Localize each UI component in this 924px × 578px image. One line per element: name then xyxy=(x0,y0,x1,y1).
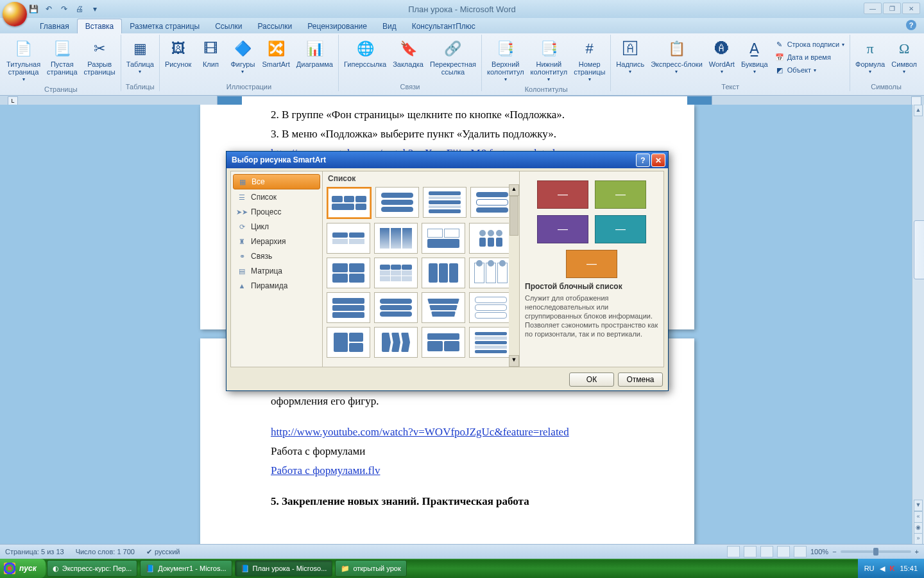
qat-undo-icon[interactable]: ↶ xyxy=(42,3,55,15)
start-button[interactable]: пуск xyxy=(0,559,46,578)
tray-clock[interactable]: 15:41 xyxy=(900,565,918,572)
doc-link[interactable]: Работа с формулами.flv xyxy=(271,464,669,477)
gallery-scroll-down-icon[interactable]: ▼ xyxy=(509,355,519,367)
layout-thumb[interactable] xyxy=(422,327,465,358)
layout-thumb[interactable] xyxy=(375,187,419,218)
qat-redo-icon[interactable]: ↷ xyxy=(58,3,71,15)
view-fullscreen-icon[interactable] xyxy=(744,546,757,557)
picture-button[interactable]: 🖼Рисунок xyxy=(162,37,194,69)
layout-thumb[interactable] xyxy=(374,258,418,288)
cat-pyramid[interactable]: ▲Пирамида xyxy=(233,279,320,293)
qat-customize-icon[interactable]: ▾ xyxy=(89,3,101,15)
layout-thumb[interactable] xyxy=(423,187,466,218)
cancel-button[interactable]: Отмена xyxy=(618,372,663,387)
status-page[interactable]: Страница: 5 из 13 xyxy=(5,548,64,556)
vertical-scrollbar[interactable]: ▲ ▼ « ◉ » xyxy=(912,105,924,545)
tab-consultant[interactable]: КонсультантПлюс xyxy=(404,19,483,33)
cat-relationship[interactable]: ⚭Связь xyxy=(233,249,320,263)
view-draft-icon[interactable] xyxy=(794,546,807,557)
chart-button[interactable]: 📊Диаграмма xyxy=(294,37,336,69)
gallery-scroll-thumb[interactable] xyxy=(509,196,518,236)
office-button[interactable] xyxy=(3,2,27,26)
datetime-button[interactable]: 📅Дата и время xyxy=(772,51,847,63)
layout-thumb[interactable] xyxy=(469,327,513,358)
status-words[interactable]: Число слов: 1 700 xyxy=(76,548,135,556)
table-button[interactable]: ▦Таблица▾ xyxy=(124,37,157,77)
tab-references[interactable]: Ссылки xyxy=(207,19,250,33)
tab-view[interactable]: Вид xyxy=(375,19,404,33)
qat-print-icon[interactable]: 🖨 xyxy=(73,3,86,15)
layout-thumb[interactable] xyxy=(469,258,513,288)
layout-thumb[interactable] xyxy=(469,292,513,323)
scroll-thumb[interactable] xyxy=(914,220,924,279)
cat-cycle[interactable]: ⟳Цикл xyxy=(233,220,320,234)
dialog-titlebar[interactable]: Выбор рисунка SmartArt ? ✕ xyxy=(227,152,668,168)
layout-thumb[interactable] xyxy=(422,223,465,254)
tray-icon[interactable]: ◀ xyxy=(880,565,885,573)
scroll-up-icon[interactable]: ▲ xyxy=(914,105,923,116)
view-web-icon[interactable] xyxy=(760,546,773,557)
equation-button[interactable]: πФормула▾ xyxy=(853,37,887,77)
dialog-help-button[interactable]: ? xyxy=(636,153,650,167)
zoom-slider[interactable] xyxy=(841,550,911,553)
footer-button[interactable]: 📑Нижний колонтитул▾ xyxy=(528,37,570,85)
header-button[interactable]: 📑Верхний колонтитул▾ xyxy=(484,37,527,85)
taskbar-item[interactable]: 📘Документ1 - Micros... xyxy=(140,560,232,577)
zoom-in-icon[interactable]: + xyxy=(915,548,919,556)
zoom-out-icon[interactable]: − xyxy=(832,548,836,556)
gallery-scrollbar[interactable]: ▲ ▼ xyxy=(509,184,519,367)
layout-thumb[interactable] xyxy=(422,292,465,323)
zoom-value[interactable]: 100% xyxy=(810,548,828,556)
taskbar-item[interactable]: 📘План урока - Microso... xyxy=(235,560,333,577)
object-button[interactable]: ◩Объект ▾ xyxy=(772,64,847,76)
status-lang[interactable]: ✔русский xyxy=(146,548,180,556)
shapes-button[interactable]: 🔷Фигуры▾ xyxy=(227,37,258,77)
tray-icon[interactable]: K xyxy=(890,565,895,572)
minimize-button[interactable]: — xyxy=(864,3,882,14)
layout-thumb[interactable] xyxy=(327,327,370,358)
textbox-button[interactable]: 🄰Надпись▾ xyxy=(613,37,647,77)
close-window-button[interactable]: ✕ xyxy=(902,3,920,14)
gallery-scroll-up-icon[interactable]: ▲ xyxy=(509,184,519,196)
cat-list[interactable]: ☰Список xyxy=(233,190,320,204)
taskbar-item[interactable]: ◐Экспресс-курс: Пер... xyxy=(47,560,138,577)
pagenumber-button[interactable]: #Номер страницы▾ xyxy=(571,37,608,85)
layout-thumb[interactable] xyxy=(374,327,418,358)
browse-object-icon[interactable]: ◉ xyxy=(914,522,923,534)
scroll-down-icon[interactable]: ▼ xyxy=(914,500,923,511)
layout-thumb[interactable] xyxy=(469,223,513,254)
ok-button[interactable]: ОК xyxy=(569,372,614,387)
layout-thumb[interactable] xyxy=(374,292,418,323)
symbol-button[interactable]: ΩСимвол▾ xyxy=(889,37,920,77)
prev-page-icon[interactable]: « xyxy=(914,511,923,523)
smartart-button[interactable]: 🔀SmartArt xyxy=(259,37,292,69)
cat-all[interactable]: ▦Все xyxy=(233,174,320,189)
doc-link[interactable]: http://www.youtube.com/watch?v=WOVfpoJZg… xyxy=(271,426,669,439)
layout-thumb[interactable] xyxy=(422,258,465,288)
view-outline-icon[interactable] xyxy=(777,546,790,557)
dropcap-button[interactable]: A̲Буквица▾ xyxy=(739,37,771,77)
blank-page-button[interactable]: 📃Пустая страница xyxy=(44,37,80,77)
dialog-close-button[interactable]: ✕ xyxy=(651,153,665,167)
qat-save-icon[interactable]: 💾 xyxy=(27,3,40,15)
clip-button[interactable]: 🎞Клип xyxy=(195,37,226,69)
layout-thumb[interactable] xyxy=(470,187,514,218)
next-page-icon[interactable]: » xyxy=(914,533,923,545)
layout-thumb[interactable] xyxy=(327,187,372,219)
layout-thumb[interactable] xyxy=(327,223,370,254)
quickparts-button[interactable]: 📋Экспресс-блоки▾ xyxy=(648,37,705,77)
layout-thumb[interactable] xyxy=(374,223,418,254)
sigline-button[interactable]: ✎Строка подписи ▾ xyxy=(772,39,847,50)
view-print-layout-icon[interactable] xyxy=(727,546,740,557)
restore-button[interactable]: ❐ xyxy=(883,3,901,14)
cat-process[interactable]: ➤➤Процесс xyxy=(233,205,320,219)
tray-lang[interactable]: RU xyxy=(864,565,875,572)
wordart-button[interactable]: 🅐WordArt▾ xyxy=(706,37,737,77)
bookmark-button[interactable]: 🔖Закладка xyxy=(390,37,426,69)
tab-home[interactable]: Главная xyxy=(32,19,77,33)
tab-pagelayout[interactable]: Разметка страницы xyxy=(122,19,207,33)
cat-matrix[interactable]: ▤Матрица xyxy=(233,264,320,278)
cat-hierarchy[interactable]: ♜Иерархия xyxy=(233,234,320,249)
page-break-button[interactable]: ✂Разрыв страницы xyxy=(81,37,118,77)
tab-insert[interactable]: Вставка xyxy=(77,19,123,33)
